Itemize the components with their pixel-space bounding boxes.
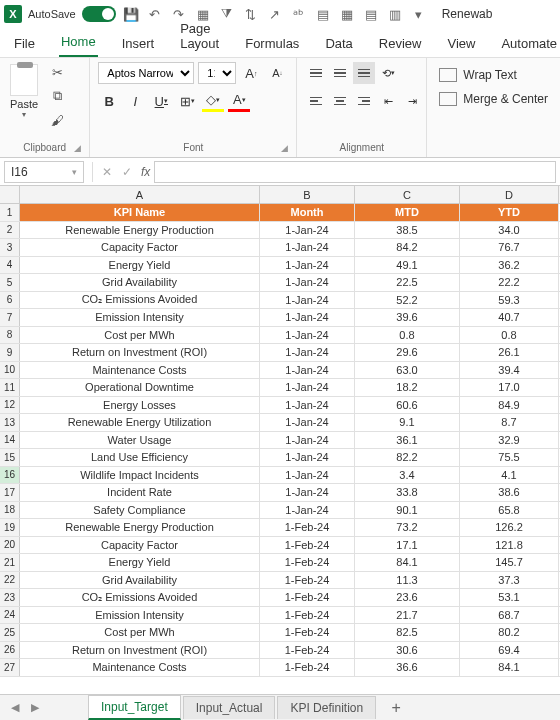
row-header[interactable]: 14: [0, 432, 20, 449]
cell[interactable]: 21.7: [355, 607, 460, 624]
row-header[interactable]: 25: [0, 624, 20, 641]
cell[interactable]: Energy Yield: [20, 257, 260, 274]
cell[interactable]: 1-Jan-24: [260, 432, 355, 449]
cell[interactable]: 84.9: [460, 397, 559, 414]
cut-icon[interactable]: ✂: [46, 62, 68, 82]
bold-button[interactable]: B: [98, 90, 120, 112]
copy-icon[interactable]: ⧉: [46, 86, 68, 106]
tab-automate[interactable]: Automate: [499, 30, 559, 57]
cell[interactable]: 9.1: [355, 414, 460, 431]
cell[interactable]: Maintenance Costs: [20, 659, 260, 676]
row-header[interactable]: 6: [0, 292, 20, 309]
cell[interactable]: 75.5: [460, 449, 559, 466]
cell[interactable]: 1-Jan-24: [260, 397, 355, 414]
row-header[interactable]: 18: [0, 502, 20, 519]
sheet-nav-prev-icon[interactable]: ◀: [6, 699, 24, 717]
row-header[interactable]: 8: [0, 327, 20, 344]
header-cell[interactable]: KPI Name: [20, 204, 260, 221]
cell[interactable]: 145.7: [460, 554, 559, 571]
cell[interactable]: Maintenance Costs: [20, 362, 260, 379]
paste-button[interactable]: Paste ▾: [8, 62, 40, 121]
cell[interactable]: 17.1: [355, 537, 460, 554]
cell[interactable]: 1-Jan-24: [260, 239, 355, 256]
align-center-icon[interactable]: [329, 90, 351, 112]
undo-icon[interactable]: ↶: [146, 5, 164, 23]
sheet-tab-input-actual[interactable]: Input_Actual: [183, 696, 276, 719]
row-header[interactable]: 12: [0, 397, 20, 414]
format-painter-icon[interactable]: 🖌: [46, 110, 68, 130]
cell[interactable]: 26.1: [460, 344, 559, 361]
row-header[interactable]: 27: [0, 659, 20, 676]
cell[interactable]: 1-Feb-24: [260, 624, 355, 641]
row-header[interactable]: 15: [0, 449, 20, 466]
cell[interactable]: 17.0: [460, 379, 559, 396]
cell[interactable]: 11.3: [355, 572, 460, 589]
cell[interactable]: Renewable Energy Utilization: [20, 414, 260, 431]
cell[interactable]: 1-Feb-24: [260, 572, 355, 589]
cell[interactable]: Cost per MWh: [20, 327, 260, 344]
cell[interactable]: 22.2: [460, 274, 559, 291]
add-sheet-button[interactable]: +: [384, 698, 408, 718]
cell[interactable]: 38.5: [355, 222, 460, 239]
cell[interactable]: 18.2: [355, 379, 460, 396]
row-header[interactable]: 11: [0, 379, 20, 396]
row-header[interactable]: 16: [0, 467, 20, 484]
enter-formula-icon[interactable]: ✓: [117, 162, 137, 182]
col-header-d[interactable]: D: [460, 186, 559, 203]
qa-sheet-icon[interactable]: ▤: [314, 5, 332, 23]
tab-insert[interactable]: Insert: [120, 30, 157, 57]
cell[interactable]: 60.6: [355, 397, 460, 414]
cell[interactable]: 1-Jan-24: [260, 414, 355, 431]
cell[interactable]: 82.5: [355, 624, 460, 641]
cell[interactable]: Incident Rate: [20, 484, 260, 501]
borders-button[interactable]: ⊞▾: [176, 90, 198, 112]
cancel-formula-icon[interactable]: ✕: [97, 162, 117, 182]
qa-calc-icon[interactable]: ▤: [362, 5, 380, 23]
cell[interactable]: Grid Availability: [20, 274, 260, 291]
underline-button[interactable]: U▾: [150, 90, 172, 112]
cell[interactable]: 73.2: [355, 519, 460, 536]
cell[interactable]: 1-Jan-24: [260, 362, 355, 379]
cell[interactable]: 90.1: [355, 502, 460, 519]
cell[interactable]: 84.2: [355, 239, 460, 256]
cell[interactable]: 1-Jan-24: [260, 467, 355, 484]
cell[interactable]: 1-Feb-24: [260, 642, 355, 659]
autosave-toggle[interactable]: [82, 6, 116, 22]
cell[interactable]: Emission Intensity: [20, 607, 260, 624]
row-header[interactable]: 5: [0, 274, 20, 291]
cell[interactable]: Safety Compliance: [20, 502, 260, 519]
font-size-select[interactable]: 11: [198, 62, 236, 84]
row-header[interactable]: 21: [0, 554, 20, 571]
cell[interactable]: 1-Feb-24: [260, 659, 355, 676]
sheet-tab-input-target[interactable]: Input_Target: [88, 695, 181, 720]
cell[interactable]: 39.4: [460, 362, 559, 379]
clipboard-launcher-icon[interactable]: ◢: [74, 143, 81, 153]
cell[interactable]: 121.8: [460, 537, 559, 554]
cell[interactable]: 38.6: [460, 484, 559, 501]
cell[interactable]: 49.1: [355, 257, 460, 274]
cell[interactable]: 33.8: [355, 484, 460, 501]
cell[interactable]: 1-Jan-24: [260, 292, 355, 309]
align-left-icon[interactable]: [305, 90, 327, 112]
cell[interactable]: CO₂ Emissions Avoided: [20, 589, 260, 606]
cell[interactable]: Operational Downtime: [20, 379, 260, 396]
font-color-button[interactable]: A▾: [228, 90, 250, 112]
cell[interactable]: 1-Jan-24: [260, 449, 355, 466]
row-header[interactable]: 4: [0, 257, 20, 274]
cell[interactable]: 36.1: [355, 432, 460, 449]
header-cell[interactable]: MTD: [355, 204, 460, 221]
cell[interactable]: 1-Feb-24: [260, 519, 355, 536]
qa-sort-icon[interactable]: ⇅: [242, 5, 260, 23]
tab-page-layout[interactable]: Page Layout: [178, 15, 221, 57]
fill-color-button[interactable]: ◇▾: [202, 90, 224, 112]
row-header[interactable]: 1: [0, 204, 20, 221]
sheet-tab-kpi-definition[interactable]: KPI Definition: [277, 696, 376, 719]
decrease-indent-icon[interactable]: ⇤: [377, 90, 399, 112]
cell[interactable]: 65.8: [460, 502, 559, 519]
cell[interactable]: 1-Jan-24: [260, 484, 355, 501]
col-header-c[interactable]: C: [355, 186, 460, 203]
cell[interactable]: Water Usage: [20, 432, 260, 449]
tab-home[interactable]: Home: [59, 28, 98, 57]
cell[interactable]: Renewable Energy Production: [20, 222, 260, 239]
formula-input[interactable]: [154, 161, 556, 183]
